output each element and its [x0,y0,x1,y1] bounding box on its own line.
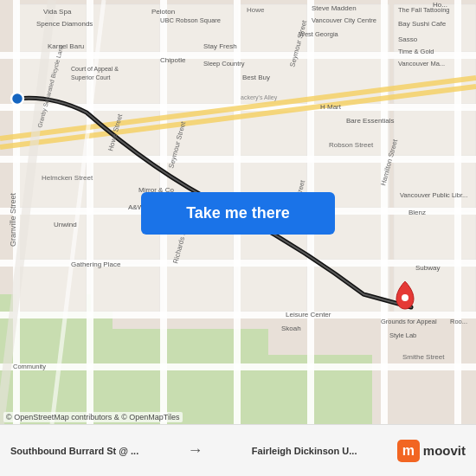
svg-rect-52 [381,0,388,424]
moovit-icon: m [397,440,420,462]
svg-text:Bay Sushi Cafe: Bay Sushi Cafe [398,20,447,28]
svg-text:Blenz: Blenz [408,209,426,216]
take-me-there-button[interactable]: Take me there [141,192,335,235]
svg-rect-21 [394,108,476,156]
svg-text:Time & Gold: Time & Gold [398,48,434,55]
bottom-bar: Southbound Burrard St @ ... → Fairleigh … [0,424,476,476]
svg-text:Superior Court: Superior Court [71,74,111,81]
svg-text:Chipotle: Chipotle [160,56,186,64]
svg-text:ackery's Alley: ackery's Alley [241,94,278,101]
svg-text:Vancouver City Centre: Vancouver City Centre [312,16,376,24]
map-container: Granville Street Howe Street Seymour Str… [0,0,476,424]
svg-text:Spence Diamonds: Spence Diamonds [36,20,93,28]
svg-text:Skoah: Skoah [281,325,301,332]
svg-text:Bare Essentials: Bare Essentials [346,117,395,125]
svg-rect-27 [394,160,476,208]
svg-text:Granville Street: Granville Street [9,192,17,247]
svg-text:Subway: Subway [415,264,440,272]
moovit-text: moovit [423,443,466,458]
svg-text:Ho...: Ho... [433,1,447,9]
svg-point-107 [402,294,408,301]
svg-text:Vancouver Public Libr...: Vancouver Public Libr... [400,191,467,199]
svg-text:Vida Spa: Vida Spa [43,8,72,16]
svg-rect-48 [87,0,93,424]
svg-rect-35 [91,264,160,312]
svg-text:Sasso: Sasso [398,35,418,43]
svg-text:Steve Madden: Steve Madden [312,4,357,12]
svg-text:Karnel Baru: Karnel Baru [48,42,84,50]
origin-label: Southbound Burrard St @ ... [10,446,138,456]
svg-rect-53 [454,0,461,424]
svg-text:Roo...: Roo... [450,318,467,325]
direction-arrow: → [179,441,212,460]
svg-point-106 [11,93,23,105]
svg-text:Grounds for Appeal: Grounds for Appeal [381,318,437,325]
svg-text:Peloton: Peloton [151,8,175,16]
moovit-logo: m moovit [397,440,466,462]
svg-text:Helmcken Street: Helmcken Street [42,174,93,182]
svg-text:Style Lab: Style Lab [389,331,416,339]
svg-text:Robson Street: Robson Street [329,141,374,149]
svg-text:Gathering Place: Gathering Place [71,261,121,268]
svg-rect-37 [238,264,307,312]
svg-text:Best Buy: Best Buy [242,74,270,81]
svg-text:H Mart: H Mart [320,103,342,111]
svg-rect-34 [17,264,87,312]
svg-text:Howe: Howe [247,6,265,14]
svg-text:UBC Robson Square: UBC Robson Square [160,16,221,24]
svg-rect-38 [312,264,389,312]
svg-text:Vancouver Ma...: Vancouver Ma... [398,60,445,68]
svg-text:Court of Appeal &: Court of Appeal & [71,66,119,73]
svg-text:Leisure Center: Leisure Center [286,311,331,318]
svg-text:Sleep Country: Sleep Country [203,60,245,68]
osm-attribution: © OpenStreetMap contributors & © OpenMap… [3,412,183,422]
svg-rect-36 [164,264,234,312]
destination-label: Fairleigh Dickinson U... [252,446,357,456]
svg-text:Unwind: Unwind [54,221,77,228]
svg-text:Community: Community [13,363,46,370]
svg-rect-2 [113,329,268,424]
destination-info: Fairleigh Dickinson U... [252,446,357,456]
svg-text:Stay Fresh: Stay Fresh [203,42,237,50]
svg-rect-33 [394,212,476,260]
origin-info: Southbound Burrard St @ ... [10,446,138,456]
svg-text:Smithe Street: Smithe Street [402,353,445,361]
